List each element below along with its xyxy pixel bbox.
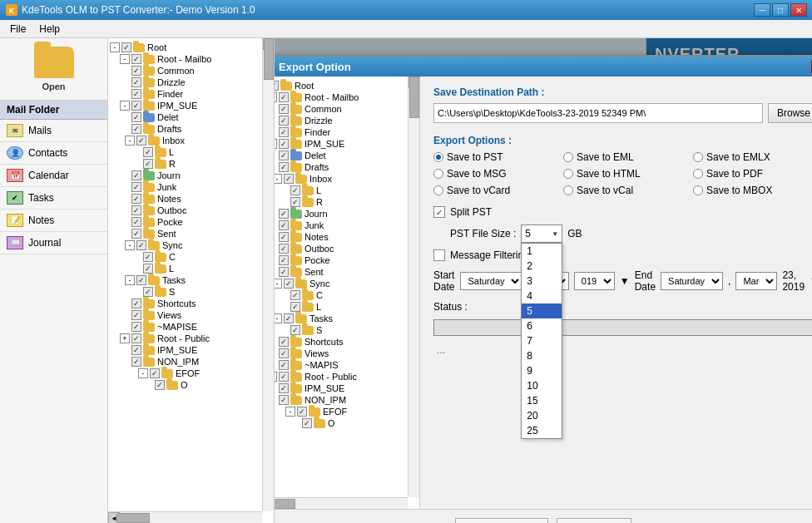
tree-scroll[interactable]: - Root - Root - Mailbo Common xyxy=(108,38,274,523)
d-check-common[interactable] xyxy=(279,104,289,114)
checkbox-sent[interactable] xyxy=(131,229,141,239)
tree-item-sent[interactable]: Sent xyxy=(108,228,262,239)
checkbox-tasks[interactable] xyxy=(136,275,146,285)
checkbox-notes[interactable] xyxy=(131,194,141,204)
tree-item-inbox[interactable]: - Inbox xyxy=(108,135,262,146)
close-button[interactable]: ✕ xyxy=(790,3,807,17)
expand-icon-ipm[interactable]: - xyxy=(120,101,130,111)
opt-3[interactable]: 3 xyxy=(522,274,562,289)
tree-item-shortcuts[interactable]: Shortcuts xyxy=(108,298,262,309)
radio-mbox[interactable]: Save to MBOX xyxy=(693,185,812,196)
tree-item-mapise[interactable]: ~MAPISE xyxy=(108,321,262,333)
pst-size-select[interactable]: 5 ▼ 1 2 3 4 5 6 xyxy=(521,224,562,243)
expand-icon-efof[interactable]: - xyxy=(138,368,148,378)
d-tree-sync[interactable]: - Sync xyxy=(275,278,404,289)
d-expand-efof[interactable]: - xyxy=(285,407,295,417)
d-check-journ[interactable] xyxy=(279,209,289,219)
tree-item-ipm-sue2[interactable]: IPM_SUE xyxy=(108,344,262,356)
opt-5[interactable]: 5 xyxy=(522,303,562,318)
radio-html[interactable]: Save to HTML xyxy=(563,168,690,180)
checkbox-common[interactable] xyxy=(131,66,141,76)
dialog-left-vscrollbar[interactable]: ▲ xyxy=(408,76,419,497)
d-expand-tasks[interactable]: - xyxy=(275,313,282,323)
checkbox-root[interactable] xyxy=(121,42,131,52)
tree-hscrollbar[interactable]: ◄ xyxy=(108,511,262,523)
d-expand-ipm[interactable]: - xyxy=(275,139,277,149)
radio-msg[interactable]: Save to MSG xyxy=(433,168,560,180)
checkbox-inbox[interactable] xyxy=(136,136,146,146)
d-check-delet[interactable] xyxy=(279,150,289,160)
checkbox-mapise[interactable] xyxy=(131,322,141,332)
d-check-ipm[interactable] xyxy=(279,139,289,149)
expand-icon-sync[interactable]: - xyxy=(125,240,135,250)
sidebar-item-journal[interactable]: 📖 Journal xyxy=(0,232,107,254)
d-tree-efof[interactable]: - EFOF xyxy=(275,406,404,417)
expand-icon-public[interactable]: + xyxy=(120,333,130,343)
sidebar-item-notes[interactable]: 📝 Notes xyxy=(0,210,107,232)
msg-filter-checkbox[interactable] xyxy=(433,249,445,261)
d-check-l2[interactable] xyxy=(290,302,300,312)
checkbox-ipm[interactable] xyxy=(131,101,141,111)
d-tree-pocke[interactable]: Pocke xyxy=(275,254,404,266)
d-check-sync[interactable] xyxy=(284,279,294,289)
checkbox-o[interactable] xyxy=(155,380,165,390)
opt-9[interactable]: 9 xyxy=(522,363,562,378)
d-check-nonipm[interactable] xyxy=(279,395,289,405)
tree-item-r[interactable]: R xyxy=(108,158,262,170)
menu-file[interactable]: File xyxy=(3,22,32,37)
radio-html-circle[interactable] xyxy=(563,169,573,179)
d-tree-mailbox[interactable]: - Root - Mailbo xyxy=(275,91,404,103)
tree-item-finder[interactable]: Finder xyxy=(108,88,262,100)
checkbox-efof[interactable] xyxy=(150,368,160,378)
d-check-ipm2[interactable] xyxy=(279,383,289,393)
sidebar-item-mails[interactable]: ✉ Mails xyxy=(0,120,107,142)
sidebar-item-calendar[interactable]: 📅 Calendar xyxy=(0,165,107,187)
d-check-c[interactable] xyxy=(290,290,300,300)
d-check-drizzle[interactable] xyxy=(279,116,289,126)
tree-item-root-public[interactable]: + Root - Public xyxy=(108,333,262,344)
opt-6[interactable]: 6 xyxy=(522,318,562,333)
d-expand-public[interactable]: + xyxy=(275,372,277,382)
tree-item-efof[interactable]: - EFOF xyxy=(108,368,262,379)
tree-item-journ[interactable]: Journ xyxy=(108,170,262,181)
checkbox-finder[interactable] xyxy=(131,89,141,99)
checkbox-c[interactable] xyxy=(143,252,153,262)
path-input[interactable] xyxy=(433,103,763,123)
radio-eml-circle[interactable] xyxy=(563,152,573,162)
pst-size-dropdown[interactable]: 1 2 3 4 5 6 7 8 9 10 xyxy=(521,243,562,439)
radio-emlx-circle[interactable] xyxy=(693,152,703,162)
checkbox-junk[interactable] xyxy=(131,182,141,192)
tree-item-drizzle[interactable]: Drizzle xyxy=(108,76,262,88)
d-check-efof[interactable] xyxy=(297,407,307,417)
d-check-sent[interactable] xyxy=(279,267,289,277)
radio-pdf-circle[interactable] xyxy=(693,169,703,179)
checkbox-nonipm[interactable] xyxy=(131,357,141,367)
expand-icon-root[interactable]: - xyxy=(110,42,120,52)
checkbox-l2[interactable] xyxy=(143,264,153,274)
d-tree-ipm2[interactable]: IPM_SUE xyxy=(275,382,404,394)
opt-4[interactable]: 4 xyxy=(522,289,562,303)
d-tree-notes[interactable]: Notes xyxy=(275,231,404,243)
d-check-root[interactable] xyxy=(275,81,279,91)
tree-item-ipm-sue[interactable]: - IPM_SUE xyxy=(108,100,262,111)
d-check-s[interactable] xyxy=(290,325,300,335)
d-tree-s[interactable]: S xyxy=(275,324,404,336)
menu-help[interactable]: Help xyxy=(32,22,67,37)
radio-emlx[interactable]: Save to EMLX xyxy=(693,151,812,163)
tree-item-l[interactable]: L xyxy=(108,146,262,158)
d-tree-l[interactable]: L xyxy=(275,185,404,196)
end-month-select[interactable]: March xyxy=(735,272,777,290)
d-tree-common[interactable]: Common xyxy=(275,103,404,115)
radio-msg-circle[interactable] xyxy=(433,169,443,179)
tree-item-c[interactable]: C xyxy=(108,251,262,263)
d-scroll-thumb-v[interactable] xyxy=(409,76,419,118)
opt-20[interactable]: 20 xyxy=(522,408,562,423)
d-check-tasks[interactable] xyxy=(284,313,294,323)
opt-15[interactable]: 15 xyxy=(522,393,562,408)
radio-vcal-circle[interactable] xyxy=(563,185,573,195)
d-tree-o[interactable]: O xyxy=(275,417,404,429)
checkbox-outboc[interactable] xyxy=(131,205,141,215)
d-tree-outboc[interactable]: Outboc xyxy=(275,243,404,254)
d-tree-junk[interactable]: Junk xyxy=(275,220,404,231)
d-tree-tasks[interactable]: - Tasks xyxy=(275,313,404,324)
